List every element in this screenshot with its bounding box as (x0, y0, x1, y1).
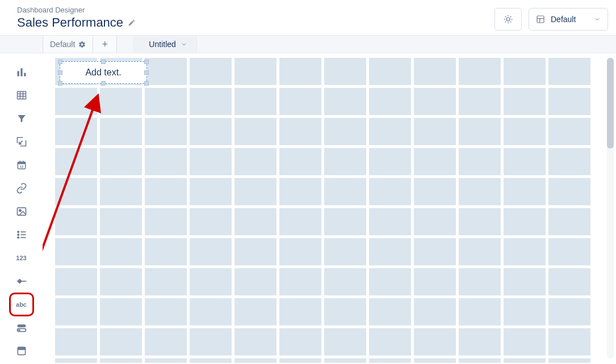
grid-cell[interactable] (414, 148, 456, 175)
layout-dropdown[interactable]: Default (529, 8, 608, 31)
grid-cell[interactable] (234, 88, 276, 115)
grid-cell[interactable] (234, 238, 276, 265)
grid-cell[interactable] (190, 358, 232, 363)
grid-cell[interactable] (279, 88, 321, 115)
grid-cell[interactable] (548, 328, 590, 355)
sidebar-number-icon[interactable]: 123 (9, 246, 34, 269)
grid-cell[interactable] (100, 178, 142, 205)
grid-cell[interactable] (459, 208, 501, 235)
grid-cell[interactable] (504, 328, 546, 355)
grid-cell[interactable] (459, 238, 501, 265)
sidebar-date-icon[interactable]: 12 (9, 153, 34, 176)
grid-cell[interactable] (324, 178, 366, 205)
grid-cell[interactable] (279, 148, 321, 175)
grid-cell[interactable] (55, 88, 97, 115)
grid-cell[interactable] (459, 118, 501, 145)
resize-handle[interactable] (101, 81, 106, 86)
grid-cell[interactable] (324, 238, 366, 265)
sidebar-chart-icon[interactable] (9, 60, 34, 83)
grid-cell[interactable] (504, 88, 546, 115)
grid-cell[interactable] (324, 148, 366, 175)
grid-cell[interactable] (100, 238, 142, 265)
grid-cell[interactable] (504, 148, 546, 175)
grid-cell[interactable] (279, 328, 321, 355)
grid-cell[interactable] (100, 88, 142, 115)
grid-cell[interactable] (190, 178, 232, 205)
grid-cell[interactable] (369, 58, 411, 85)
grid-cell[interactable] (548, 298, 590, 325)
grid-cell[interactable] (414, 328, 456, 355)
grid-cell[interactable] (55, 208, 97, 235)
text-widget-placeholder[interactable]: Add text. (60, 61, 147, 84)
grid-cell[interactable] (369, 118, 411, 145)
grid-cell[interactable] (414, 178, 456, 205)
grid-cell[interactable] (55, 148, 97, 175)
grid-cell[interactable] (324, 58, 366, 85)
grid-cell[interactable] (324, 208, 366, 235)
grid-cell[interactable] (504, 298, 546, 325)
grid-cell[interactable] (145, 238, 187, 265)
grid-cell[interactable] (459, 88, 501, 115)
sidebar-image-icon[interactable] (9, 200, 34, 223)
grid-cell[interactable] (504, 268, 546, 295)
grid-cell[interactable] (459, 58, 501, 85)
grid-cell[interactable] (234, 58, 276, 85)
grid-cell[interactable] (100, 208, 142, 235)
sidebar-text-icon[interactable]: abc (9, 293, 34, 316)
grid-cell[interactable] (324, 88, 366, 115)
grid-cell[interactable] (145, 358, 187, 363)
grid-cell[interactable] (324, 268, 366, 295)
grid-cell[interactable] (279, 238, 321, 265)
canvas-scrollbar[interactable] (607, 58, 614, 358)
grid-cell[interactable] (414, 58, 456, 85)
grid-cell[interactable] (504, 58, 546, 85)
grid-cell[interactable] (279, 178, 321, 205)
grid-cell[interactable] (548, 58, 590, 85)
sidebar-slider-icon[interactable] (9, 269, 34, 293)
grid-cell[interactable] (369, 268, 411, 295)
resize-handle[interactable] (144, 70, 149, 75)
sidebar-component-icon[interactable] (9, 340, 34, 363)
grid-cell[interactable] (548, 88, 590, 115)
grid-cell[interactable] (145, 118, 187, 145)
grid-cell[interactable] (190, 88, 232, 115)
grid-cell[interactable] (548, 268, 590, 295)
grid-cell[interactable] (548, 178, 590, 205)
page-tab-untitled[interactable]: Untitled (133, 36, 196, 53)
grid-cell[interactable] (504, 358, 546, 363)
grid-cell[interactable] (459, 268, 501, 295)
grid-cell[interactable] (369, 208, 411, 235)
sidebar-filter-icon[interactable] (9, 107, 34, 130)
grid-cell[interactable] (414, 118, 456, 145)
add-page-button[interactable]: + (93, 36, 117, 53)
scrollbar-thumb[interactable] (607, 58, 614, 149)
resize-handle[interactable] (58, 70, 62, 75)
grid-cell[interactable] (234, 358, 276, 363)
grid-cell[interactable] (324, 358, 366, 363)
dashboard-canvas[interactable]: Add text. (43, 53, 607, 363)
grid-cell[interactable] (100, 358, 142, 363)
grid-cell[interactable] (279, 268, 321, 295)
grid-cell[interactable] (145, 268, 187, 295)
grid-cell[interactable] (55, 238, 97, 265)
grid-cell[interactable] (279, 358, 321, 363)
grid-cell[interactable] (369, 88, 411, 115)
edit-title-icon[interactable] (128, 19, 136, 27)
grid-cell[interactable] (548, 358, 590, 363)
grid-cell[interactable] (548, 148, 590, 175)
breadcrumb[interactable]: Dashboard Designer (17, 6, 136, 14)
grid-cell[interactable] (459, 178, 501, 205)
grid-cell[interactable] (190, 238, 232, 265)
grid-cell[interactable] (55, 268, 97, 295)
grid-cell[interactable] (190, 268, 232, 295)
grid-cell[interactable] (459, 298, 501, 325)
grid-cell[interactable] (324, 118, 366, 145)
grid-cell[interactable] (55, 328, 97, 355)
grid-cell[interactable] (190, 208, 232, 235)
grid-cell[interactable] (190, 298, 232, 325)
grid-cell[interactable] (190, 328, 232, 355)
grid-cell[interactable] (279, 118, 321, 145)
grid-cell[interactable] (190, 58, 232, 85)
grid-cell[interactable] (459, 328, 501, 355)
sidebar-link-icon[interactable] (9, 176, 34, 200)
